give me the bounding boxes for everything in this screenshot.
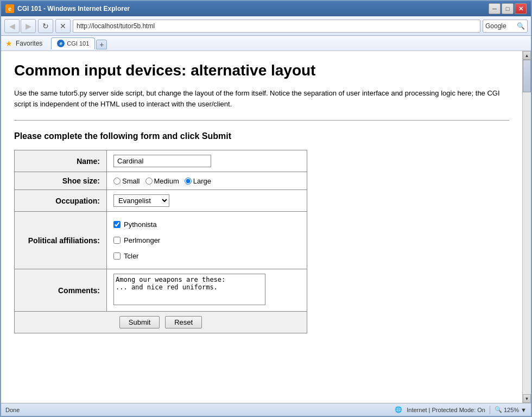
globe-icon: 🌐 [395,406,402,413]
name-input-cell [107,150,307,172]
pythonista-checkbox[interactable] [113,221,121,228]
back-button[interactable]: ◀ [4,19,20,33]
comments-label: Comments: [15,269,107,312]
browser-icon: e [5,4,14,13]
form-table: Name: Shoe size: Small [14,150,307,333]
address-input[interactable] [77,22,477,30]
perlmonger-checkbox[interactable] [113,237,121,244]
reset-button[interactable]: Reset [165,316,202,328]
tab-cgi101[interactable]: e CGI 101 [51,37,95,49]
name-label: Name: [15,150,107,172]
status-bar: Done 🌐 Internet | Protected Mode: On 🔍 1… [1,403,531,416]
zoom-control[interactable]: 🔍 125% ▼ [495,406,527,413]
security-text: Internet | Protected Mode: On [407,407,485,413]
scroll-track [523,60,531,394]
tcler-checkbox[interactable] [113,252,121,260]
name-input[interactable] [113,155,211,167]
shoe-size-row: Shoe size: Small Medium [15,172,307,190]
status-divider [490,406,490,414]
status-text: Done [5,407,390,413]
form-instruction: Please complete the following form and c… [14,131,509,141]
button-cell: Submit Reset [15,312,307,333]
affiliations-input-cell: Pythonista Perlmonger Tcler [107,212,307,269]
occupation-label: Occupation: [15,190,107,212]
scroll-up-button[interactable]: ▲ [523,51,531,60]
search-icon[interactable]: 🔍 [517,22,525,30]
divider [14,120,509,121]
shoe-medium-text: Medium [154,177,179,185]
new-tab-button[interactable]: + [96,40,107,49]
maximize-button[interactable]: □ [502,3,514,14]
affiliations-label: Political affiliations: [15,212,107,269]
affiliations-checkbox-group: Pythonista Perlmonger Tcler [113,216,300,264]
shoe-label: Shoe size: [15,172,107,190]
zoom-chevron-icon: ▼ [521,407,527,413]
shoe-large-label[interactable]: Large [185,177,211,185]
shoe-radio-group: Small Medium Large [113,177,300,185]
content-area: Common input devices: alternative layout… [1,51,531,403]
tcler-label[interactable]: Tcler [113,252,300,260]
tab-label: CGI 101 [67,40,89,47]
shoe-small-label[interactable]: Small [113,177,140,185]
shoe-small-radio[interactable] [113,178,121,185]
shoe-input-cell: Small Medium Large [107,172,307,190]
perlmonger-text: Perlmonger [124,236,160,244]
submit-button[interactable]: Submit [119,316,160,328]
nav-bar: ◀ ▶ ↻ ✕ Google 🔍 [1,16,531,36]
occupation-select[interactable]: Evangelist Programmer Manager Other [113,194,169,207]
zoom-level: 125% [504,407,519,413]
buttons-row: Submit Reset [15,312,307,333]
refresh-button[interactable]: ↻ [38,19,53,33]
window-controls: ─ □ ✕ [489,3,527,14]
title-bar: e CGI 101 - Windows Internet Explorer ─ … [1,1,531,16]
shoe-medium-radio[interactable] [145,178,153,185]
status-right: 🌐 Internet | Protected Mode: On 🔍 125% ▼ [395,406,527,414]
favorites-star-icon: ★ [5,39,12,48]
comments-input-cell: Among our weapons are these: ... and nic… [107,269,307,312]
scroll-thumb[interactable] [523,60,531,92]
affiliations-row: Political affiliations: Pythonista Perlm… [15,212,307,269]
comments-textarea[interactable]: Among our weapons are these: ... and nic… [113,274,265,305]
tab-icon: e [57,40,65,47]
scroll-down-button[interactable]: ▼ [523,394,531,403]
stop-button[interactable]: ✕ [55,19,71,33]
tcler-text: Tcler [124,252,138,260]
page-description: Use the same tutor5.py server side scrip… [14,88,509,109]
page-title: Common input devices: alternative layout [14,62,509,79]
name-row: Name: [15,150,307,172]
page-content: Common input devices: alternative layout… [1,51,522,403]
tab-bar: e CGI 101 + [51,37,107,49]
occupation-row: Occupation: Evangelist Programmer Manage… [15,190,307,212]
occupation-input-cell: Evangelist Programmer Manager Other [107,190,307,212]
forward-button[interactable]: ▶ [21,19,36,33]
perlmonger-label[interactable]: Perlmonger [113,236,300,244]
favorites-label[interactable]: Favorites [16,40,42,47]
comments-row: Comments: Among our weapons are these: .… [15,269,307,312]
nav-buttons: ◀ ▶ [4,19,36,33]
shoe-medium-label[interactable]: Medium [145,177,179,185]
shoe-large-radio[interactable] [185,178,192,185]
shoe-large-text: Large [193,177,211,185]
address-bar[interactable] [73,20,480,33]
scrollbar: ▲ ▼ [522,51,531,403]
window-title: CGI 101 - Windows Internet Explorer [17,5,489,12]
pythonista-text: Pythonista [124,220,157,229]
pythonista-label[interactable]: Pythonista [113,220,300,229]
minimize-button[interactable]: ─ [489,3,501,14]
favorites-bar: ★ Favorites e CGI 101 + [1,36,531,51]
zoom-icon: 🔍 [495,406,502,413]
google-label: Google [485,22,515,30]
close-button[interactable]: ✕ [515,3,527,14]
shoe-small-text: Small [122,177,140,185]
browser-window: e CGI 101 - Windows Internet Explorer ─ … [0,0,532,417]
